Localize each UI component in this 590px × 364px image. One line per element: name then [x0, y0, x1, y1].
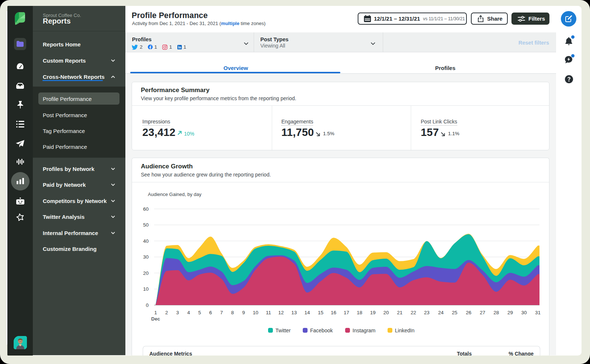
- svg-text:8: 8: [231, 310, 234, 315]
- svg-text:11: 11: [266, 310, 271, 315]
- svg-text:40: 40: [143, 238, 149, 244]
- svg-text:6: 6: [209, 310, 212, 315]
- svg-text:0: 0: [146, 302, 149, 308]
- svg-text:Instagram: Instagram: [353, 328, 375, 333]
- svg-text:3: 3: [176, 310, 179, 315]
- svg-text:26: 26: [466, 310, 471, 315]
- svg-text:10: 10: [253, 310, 258, 315]
- svg-text:4: 4: [187, 310, 190, 315]
- svg-text:12: 12: [278, 310, 284, 315]
- svg-text:13: 13: [291, 310, 297, 315]
- svg-text:2: 2: [165, 310, 168, 315]
- svg-text:28: 28: [493, 310, 499, 315]
- svg-text:18: 18: [357, 310, 362, 315]
- svg-text:5: 5: [198, 310, 201, 315]
- svg-text:50: 50: [143, 222, 149, 228]
- svg-text:30: 30: [521, 310, 527, 315]
- svg-text:14: 14: [304, 310, 310, 315]
- svg-text:30: 30: [143, 254, 149, 260]
- svg-text:7: 7: [220, 310, 223, 315]
- svg-text:1: 1: [154, 310, 157, 315]
- svg-text:21: 21: [397, 310, 402, 315]
- svg-text:24: 24: [438, 310, 444, 315]
- svg-text:20: 20: [143, 270, 149, 276]
- svg-text:60: 60: [143, 206, 149, 212]
- svg-text:23: 23: [424, 310, 430, 315]
- svg-text:Dec: Dec: [151, 316, 160, 322]
- svg-text:31: 31: [535, 310, 541, 315]
- svg-text:9: 9: [242, 310, 245, 315]
- svg-text:Twitter: Twitter: [275, 328, 291, 333]
- svg-text:16: 16: [331, 310, 336, 315]
- svg-text:27: 27: [480, 310, 485, 315]
- svg-text:LinkedIn: LinkedIn: [395, 328, 414, 333]
- svg-text:29: 29: [507, 310, 513, 315]
- svg-text:17: 17: [344, 310, 349, 315]
- svg-text:10: 10: [143, 286, 149, 292]
- svg-text:19: 19: [370, 310, 375, 315]
- svg-text:20: 20: [383, 310, 389, 315]
- svg-text:22: 22: [410, 310, 416, 315]
- svg-text:Facebook: Facebook: [310, 328, 333, 333]
- svg-text:15: 15: [318, 310, 323, 315]
- svg-text:25: 25: [452, 310, 457, 315]
